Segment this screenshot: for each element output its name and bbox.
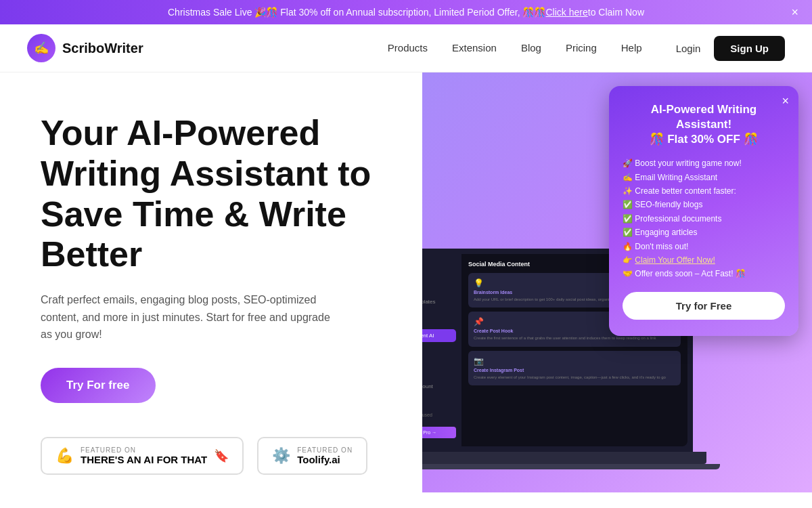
popup-line-7: 🔥 Don't miss out! (623, 240, 785, 253)
hero-section: Your AI-Powered Writing Assistant to Sav… (0, 72, 812, 492)
nav-item-extension[interactable]: Extension (452, 42, 497, 54)
sidebar-item-paraphrase[interactable]: 🔄 Paraphraser (422, 363, 456, 376)
popup-line-5: ✅ Professional documents (623, 212, 785, 226)
logo-icon-glyph: ✍ (34, 41, 49, 56)
nav-item-pricing[interactable]: Pricing (566, 42, 597, 54)
screen-sidebar: ScriboWriter 🏠 Home 📝 Writing Templates … (422, 254, 461, 446)
popup-line-4: ✅ SEO-friendly blogs (623, 198, 785, 211)
badge-name-1: THERE'S AN AI FOR THAT (81, 454, 207, 465)
popup-close-button[interactable]: × (782, 94, 789, 108)
nav-item-blog[interactable]: Blog (521, 42, 541, 54)
nav-actions: Login Sign Up (676, 36, 785, 61)
badge-icon-muscle: 💪 (55, 447, 74, 465)
signup-button[interactable]: Sign Up (714, 36, 785, 61)
laptop-foot (422, 464, 720, 469)
hero-title: Your AI-Powered Writing Assistant to Sav… (41, 113, 422, 275)
featured-badges: 💪 FEATURED ON THERE'S AN AI FOR THAT 🔖 ⚙… (41, 437, 422, 475)
logo-icon: ✍ (27, 34, 55, 62)
popup-claim-link[interactable]: Claim Your Offer Now! (635, 255, 715, 265)
try-for-free-button[interactable]: Try For free (41, 368, 156, 403)
sidebar-item-account[interactable]: 👤 Manage Account (422, 380, 456, 393)
badge-label-2: FEATURED ON (297, 446, 353, 454)
promo-banner: Christmas Sale Live 🎉🎊 Flat 30% off on A… (0, 0, 812, 24)
badge-there-is-ai: 💪 FEATURED ON THERE'S AN AI FOR THAT 🔖 (41, 437, 244, 475)
sidebar-item-home[interactable]: 🏠 Home (422, 278, 456, 291)
popup-line-9: 🤝 Offer ends soon – Act Fast! 🎊 (623, 267, 785, 280)
popup-line-3: ✨ Create better content faster: (623, 184, 785, 198)
banner-link[interactable]: Click here (546, 7, 588, 18)
logo[interactable]: ✍ ScriboWriter (27, 34, 143, 62)
badge-content-2: FEATURED ON Toolify.ai (297, 446, 353, 465)
sidebar-item-detector[interactable]: 🔍 AI Detector (422, 346, 456, 359)
popup-body: 🚀 Boost your writing game now! ✍️ Email … (623, 156, 785, 281)
banner-close-button[interactable]: × (791, 5, 798, 20)
sidebar-item-writing[interactable]: 📝 Writing Templates (422, 295, 456, 308)
sidebar-item-social[interactable]: 📱 Social Content AI (422, 329, 456, 342)
badge-toolify: ⚙️ FEATURED ON Toolify.ai (257, 437, 367, 475)
bookmark-icon: 🔖 (214, 448, 229, 463)
hero-right: ScriboWriter 🏠 Home 📝 Writing Templates … (422, 72, 812, 492)
badge-content-1: FEATURED ON THERE'S AN AI FOR THAT (81, 446, 207, 465)
card-text-hook: Create the first sentence of a that grab… (474, 335, 675, 341)
popup-line-6: ✅ Engaging articles (623, 226, 785, 239)
card-instagram: 📷 Create Instagram Post Create every ele… (468, 351, 681, 385)
sidebar-item-email[interactable]: 📧 Email Writer (422, 312, 456, 325)
nav-item-products[interactable]: Products (388, 42, 428, 54)
nav-links: Products Extension Blog Pricing Help (388, 42, 642, 54)
nav-item-help[interactable]: Help (621, 42, 642, 54)
sidebar-plan: Free Plan243 words of 500 used (422, 405, 456, 420)
card-text-instagram: Create every element of your Instagram p… (474, 375, 675, 380)
popup-line-2: ✍️ Email Writing Assistant (623, 171, 785, 184)
popup-cta-button[interactable]: Try for Free (623, 292, 785, 320)
banner-suffix: to Claim Now (588, 7, 644, 18)
login-button[interactable]: Login (676, 43, 701, 54)
hero-left: Your AI-Powered Writing Assistant to Sav… (0, 72, 422, 492)
navbar: ✍ ScriboWriter Products Extension Blog P… (0, 24, 812, 72)
sidebar-brand: ScriboWriter (422, 262, 456, 269)
laptop-base (422, 452, 706, 464)
badge-icon-gear: ⚙️ (272, 447, 290, 465)
logo-text: ScriboWriter (62, 41, 143, 56)
badge-name-2: Toolify.ai (297, 454, 353, 465)
sidebar-upgrade-button[interactable]: Upgrade to Pro → (422, 427, 456, 438)
badge-label-1: FEATURED ON (81, 446, 207, 454)
popup-line-8: 👉 Claim Your Offer Now! (623, 253, 785, 267)
card-icon-instagram: 📷 (474, 356, 675, 366)
hero-subtitle: Craft perfect emails, engaging blog post… (41, 291, 338, 343)
popup-title: AI-Powered Writing Assistant!🎊 Flat 30% … (623, 102, 785, 147)
promo-popup: × AI-Powered Writing Assistant!🎊 Flat 30… (609, 86, 798, 336)
card-title-instagram: Create Instagram Post (474, 368, 675, 373)
banner-text: Christmas Sale Live 🎉🎊 Flat 30% off on A… (168, 7, 546, 18)
popup-line-1: 🚀 Boost your writing game now! (623, 156, 785, 170)
